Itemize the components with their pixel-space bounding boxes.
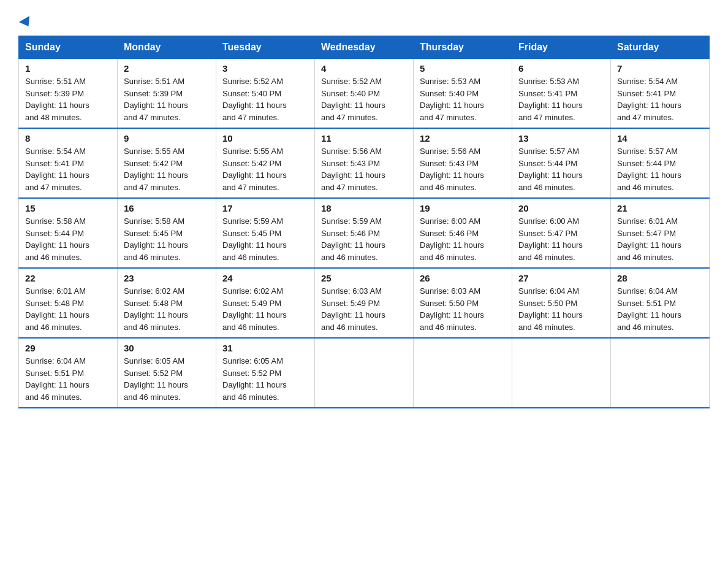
calendar-week-row: 29 Sunrise: 6:04 AMSunset: 5:51 PMDaylig…	[19, 338, 710, 408]
calendar-cell: 15 Sunrise: 5:58 AMSunset: 5:44 PMDaylig…	[19, 198, 118, 268]
calendar-cell: 21 Sunrise: 6:01 AMSunset: 5:47 PMDaylig…	[611, 198, 710, 268]
header-thursday: Thursday	[414, 36, 512, 59]
calendar-cell	[315, 338, 414, 408]
day-number: 7	[617, 63, 703, 74]
calendar-cell	[512, 338, 611, 408]
day-info: Sunrise: 5:54 AMSunset: 5:41 PMDaylight:…	[25, 147, 89, 192]
day-number: 5	[420, 63, 506, 74]
day-info: Sunrise: 5:51 AMSunset: 5:39 PMDaylight:…	[25, 77, 89, 122]
calendar-cell: 11 Sunrise: 5:56 AMSunset: 5:43 PMDaylig…	[315, 128, 414, 198]
header-friday: Friday	[512, 36, 611, 59]
day-info: Sunrise: 6:05 AMSunset: 5:52 PMDaylight:…	[222, 356, 287, 402]
day-info: Sunrise: 5:59 AMSunset: 5:45 PMDaylight:…	[222, 216, 287, 262]
day-info: Sunrise: 6:01 AMSunset: 5:47 PMDaylight:…	[617, 216, 681, 262]
day-number: 20	[518, 203, 604, 213]
calendar-cell: 3 Sunrise: 5:52 AMSunset: 5:40 PMDayligh…	[216, 59, 315, 129]
day-info: Sunrise: 6:05 AMSunset: 5:52 PMDaylight:…	[124, 356, 188, 402]
calendar-cell: 18 Sunrise: 5:59 AMSunset: 5:46 PMDaylig…	[315, 198, 414, 268]
calendar-cell	[414, 338, 512, 408]
day-number: 17	[222, 203, 308, 213]
day-info: Sunrise: 5:58 AMSunset: 5:44 PMDaylight:…	[25, 216, 89, 262]
calendar-cell: 26 Sunrise: 6:03 AMSunset: 5:50 PMDaylig…	[414, 268, 512, 338]
calendar-cell: 1 Sunrise: 5:51 AMSunset: 5:39 PMDayligh…	[19, 59, 118, 129]
day-number: 12	[420, 133, 506, 144]
day-number: 28	[617, 273, 703, 283]
day-info: Sunrise: 6:02 AMSunset: 5:48 PMDaylight:…	[124, 286, 188, 332]
day-number: 19	[420, 203, 506, 213]
calendar-cell: 14 Sunrise: 5:57 AMSunset: 5:44 PMDaylig…	[611, 128, 710, 198]
day-info: Sunrise: 5:57 AMSunset: 5:44 PMDaylight:…	[617, 147, 681, 192]
day-info: Sunrise: 5:56 AMSunset: 5:43 PMDaylight:…	[321, 147, 385, 192]
calendar-cell: 12 Sunrise: 5:56 AMSunset: 5:43 PMDaylig…	[414, 128, 512, 198]
day-number: 21	[617, 203, 703, 213]
calendar-cell: 23 Sunrise: 6:02 AMSunset: 5:48 PMDaylig…	[118, 268, 216, 338]
calendar-week-row: 22 Sunrise: 6:01 AMSunset: 5:48 PMDaylig…	[19, 268, 710, 338]
page-header	[18, 12, 710, 27]
calendar-cell: 4 Sunrise: 5:52 AMSunset: 5:40 PMDayligh…	[315, 59, 414, 129]
calendar-cell: 22 Sunrise: 6:01 AMSunset: 5:48 PMDaylig…	[19, 268, 118, 338]
calendar-header-row: SundayMondayTuesdayWednesdayThursdayFrid…	[19, 36, 710, 59]
day-info: Sunrise: 6:00 AMSunset: 5:46 PMDaylight:…	[420, 216, 484, 262]
day-number: 15	[25, 203, 111, 213]
logo-arrow-icon	[19, 16, 34, 29]
day-info: Sunrise: 5:59 AMSunset: 5:46 PMDaylight:…	[321, 216, 385, 262]
day-info: Sunrise: 5:56 AMSunset: 5:43 PMDaylight:…	[420, 147, 484, 192]
day-number: 25	[321, 273, 407, 283]
day-number: 29	[25, 343, 111, 353]
calendar-table: SundayMondayTuesdayWednesdayThursdayFrid…	[18, 36, 710, 408]
day-info: Sunrise: 6:00 AMSunset: 5:47 PMDaylight:…	[518, 216, 583, 262]
calendar-cell: 8 Sunrise: 5:54 AMSunset: 5:41 PMDayligh…	[19, 128, 118, 198]
day-number: 26	[420, 273, 506, 283]
day-info: Sunrise: 5:55 AMSunset: 5:42 PMDaylight:…	[124, 147, 188, 192]
day-info: Sunrise: 6:01 AMSunset: 5:48 PMDaylight:…	[25, 286, 89, 332]
day-number: 1	[25, 63, 111, 74]
day-info: Sunrise: 6:04 AMSunset: 5:50 PMDaylight:…	[518, 286, 583, 332]
day-number: 22	[25, 273, 111, 283]
day-number: 14	[617, 133, 703, 144]
logo	[18, 12, 32, 27]
day-number: 6	[518, 63, 604, 74]
header-monday: Monday	[118, 36, 216, 59]
day-number: 13	[518, 133, 604, 144]
day-info: Sunrise: 5:58 AMSunset: 5:45 PMDaylight:…	[124, 216, 188, 262]
calendar-cell: 2 Sunrise: 5:51 AMSunset: 5:39 PMDayligh…	[118, 59, 216, 129]
day-number: 4	[321, 63, 407, 74]
day-number: 11	[321, 133, 407, 144]
calendar-cell: 31 Sunrise: 6:05 AMSunset: 5:52 PMDaylig…	[216, 338, 315, 408]
day-info: Sunrise: 6:04 AMSunset: 5:51 PMDaylight:…	[617, 286, 681, 332]
day-number: 31	[222, 343, 308, 353]
day-info: Sunrise: 5:55 AMSunset: 5:42 PMDaylight:…	[222, 147, 287, 192]
day-info: Sunrise: 5:52 AMSunset: 5:40 PMDaylight:…	[321, 77, 385, 122]
calendar-week-row: 15 Sunrise: 5:58 AMSunset: 5:44 PMDaylig…	[19, 198, 710, 268]
day-info: Sunrise: 5:53 AMSunset: 5:40 PMDaylight:…	[420, 77, 484, 122]
day-number: 9	[124, 133, 210, 144]
day-number: 16	[124, 203, 210, 213]
calendar-cell: 25 Sunrise: 6:03 AMSunset: 5:49 PMDaylig…	[315, 268, 414, 338]
day-number: 27	[518, 273, 604, 283]
day-info: Sunrise: 5:54 AMSunset: 5:41 PMDaylight:…	[617, 77, 681, 122]
day-number: 3	[222, 63, 308, 74]
day-info: Sunrise: 5:52 AMSunset: 5:40 PMDaylight:…	[222, 77, 287, 122]
day-info: Sunrise: 5:51 AMSunset: 5:39 PMDaylight:…	[124, 77, 188, 122]
day-info: Sunrise: 6:02 AMSunset: 5:49 PMDaylight:…	[222, 286, 287, 332]
calendar-cell: 10 Sunrise: 5:55 AMSunset: 5:42 PMDaylig…	[216, 128, 315, 198]
calendar-cell: 17 Sunrise: 5:59 AMSunset: 5:45 PMDaylig…	[216, 198, 315, 268]
calendar-cell: 9 Sunrise: 5:55 AMSunset: 5:42 PMDayligh…	[118, 128, 216, 198]
header-saturday: Saturday	[611, 36, 710, 59]
day-number: 30	[124, 343, 210, 353]
header-tuesday: Tuesday	[216, 36, 315, 59]
day-number: 2	[124, 63, 210, 74]
calendar-cell	[611, 338, 710, 408]
day-info: Sunrise: 5:53 AMSunset: 5:41 PMDaylight:…	[518, 77, 583, 122]
day-number: 23	[124, 273, 210, 283]
day-info: Sunrise: 6:03 AMSunset: 5:50 PMDaylight:…	[420, 286, 484, 332]
day-number: 18	[321, 203, 407, 213]
day-number: 24	[222, 273, 308, 283]
calendar-cell: 29 Sunrise: 6:04 AMSunset: 5:51 PMDaylig…	[19, 338, 118, 408]
calendar-cell: 13 Sunrise: 5:57 AMSunset: 5:44 PMDaylig…	[512, 128, 611, 198]
calendar-cell: 5 Sunrise: 5:53 AMSunset: 5:40 PMDayligh…	[414, 59, 512, 129]
calendar-cell: 27 Sunrise: 6:04 AMSunset: 5:50 PMDaylig…	[512, 268, 611, 338]
day-info: Sunrise: 6:03 AMSunset: 5:49 PMDaylight:…	[321, 286, 385, 332]
calendar-cell: 7 Sunrise: 5:54 AMSunset: 5:41 PMDayligh…	[611, 59, 710, 129]
calendar-cell: 6 Sunrise: 5:53 AMSunset: 5:41 PMDayligh…	[512, 59, 611, 129]
